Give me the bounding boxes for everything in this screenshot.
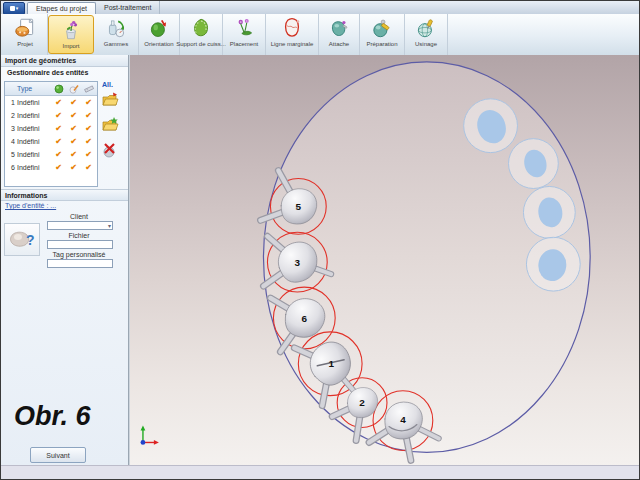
toolbar-button-projet[interactable]: Projet [3, 14, 48, 55]
toolbar-button-ligne-marginale[interactable]: Ligne marginale [266, 14, 319, 55]
orientation-icon [147, 16, 171, 40]
add-file-button[interactable] [101, 116, 119, 134]
toolbar-button-import[interactable]: Import [48, 15, 94, 54]
margin-line-icon [280, 16, 304, 40]
check-icon[interactable]: ✔ [81, 150, 96, 159]
chevron-down-icon: ▾ [108, 222, 111, 229]
check-icon[interactable]: ✔ [51, 150, 66, 159]
application-window: ▾ Etapes du projet Post-traitement Proje… [0, 0, 640, 480]
toolbar-button-support-cuisson[interactable]: Support de cuiss... [180, 14, 223, 55]
all-label[interactable]: All. [100, 81, 126, 88]
toolbar-button-attache[interactable]: Attache [319, 14, 360, 55]
tooth-number: 6 [302, 313, 308, 324]
entity-row[interactable]: 2 Indéfini ✔ ✔ ✔ [5, 109, 97, 122]
tooth-number: 1 [328, 358, 334, 369]
tooth-pencil-icon [69, 84, 79, 94]
file-label: Fichier [41, 232, 117, 239]
tag-label: Tag personnalisé [41, 251, 117, 258]
tab-bar: ▾ Etapes du projet Post-traitement [1, 1, 639, 15]
tab-post-processing[interactable]: Post-traitement [96, 1, 160, 14]
tooth-help-image: ? [4, 223, 40, 256]
check-icon[interactable]: ✔ [66, 137, 81, 146]
type-column-header: Type [17, 85, 51, 92]
toolbar-button-gammes[interactable]: Gammes [94, 14, 139, 55]
entity-tools: All. [100, 81, 126, 163]
check-icon[interactable]: ✔ [81, 163, 96, 172]
tag-input[interactable] [47, 259, 113, 268]
check-icon[interactable]: ✔ [66, 98, 81, 107]
entity-row[interactable]: 3 Indéfini ✔ ✔ ✔ [5, 122, 97, 135]
check-icon[interactable]: ✔ [81, 124, 96, 133]
check-icon[interactable]: ✔ [51, 111, 66, 120]
status-bar [1, 465, 639, 479]
entity-row[interactable]: 1 Indéfini ✔ ✔ ✔ [5, 96, 97, 109]
toolbar-button-label: Import [60, 43, 81, 49]
entity-row[interactable]: 4 Indéfini ✔ ✔ ✔ [5, 135, 97, 148]
check-icon[interactable]: ✔ [66, 150, 81, 159]
toolbar-button-label: Attache [327, 41, 351, 47]
check-icon[interactable]: ✔ [66, 111, 81, 120]
load-file-button[interactable] [101, 91, 119, 109]
toolbar-button-label: Gammes [102, 41, 130, 47]
toolbar-button-label: Orientation [142, 41, 175, 47]
entity-row[interactable]: 6 Indéfini ✔ ✔ ✔ [5, 161, 97, 174]
scan-bottle-icon [104, 16, 128, 40]
3d-viewport[interactable]: 5 3 6 [130, 55, 639, 466]
chevron-down-icon: ▾ [16, 6, 19, 11]
app-menu-icon [10, 6, 15, 11]
placement-icon [232, 16, 256, 40]
tooth-number: 3 [295, 257, 301, 268]
toolbar-button-preparation[interactable]: Préparation [360, 14, 405, 55]
question-mark-icon: ? [26, 232, 35, 248]
informations-title: Informations [1, 189, 128, 201]
check-icon[interactable]: ✔ [66, 124, 81, 133]
entity-row[interactable]: 5 Indéfini ✔ ✔ ✔ [5, 148, 97, 161]
toolbar-button-label: Préparation [364, 41, 399, 47]
entity-table-header: Type [5, 82, 97, 96]
delete-entity-button[interactable] [101, 141, 119, 159]
toolbar-button-label: Ligne marginale [269, 41, 316, 47]
panel-title: Import de géométries [1, 55, 128, 67]
toolbar-button-orientation[interactable]: Orientation [139, 14, 180, 55]
main-toolbar: Projet Import Gammes [1, 14, 640, 56]
tooth-number: 5 [296, 201, 302, 212]
check-icon[interactable]: ✔ [81, 111, 96, 120]
preparation-icon [370, 16, 394, 40]
tooth-number: 4 [400, 414, 406, 425]
entity-manager-title: Gestionnaire des entités [1, 68, 128, 79]
check-icon[interactable]: ✔ [66, 163, 81, 172]
tooth-number: 2 [359, 397, 365, 408]
toolbar-button-label: Support de cuiss... [174, 41, 228, 47]
toolbar-button-label: Projet [15, 41, 35, 47]
next-button[interactable]: Suivant [30, 447, 86, 463]
milling-icon [414, 16, 438, 40]
client-select[interactable]: ▾ [47, 221, 113, 230]
figure-caption: Obr. 6 [14, 401, 91, 432]
check-icon[interactable]: ✔ [51, 163, 66, 172]
toolbar-button-usinage[interactable]: Usinage [405, 14, 448, 55]
check-icon[interactable]: ✔ [81, 137, 96, 146]
import-icon [59, 18, 83, 42]
toolbar-button-label: Usinage [413, 41, 439, 47]
check-icon[interactable]: ✔ [51, 124, 66, 133]
file-input[interactable] [47, 240, 113, 249]
import-geometries-panel: Import de géométries Gestionnaire des en… [1, 55, 128, 466]
client-label: Client [41, 213, 117, 220]
toolbar-button-placement[interactable]: Placement [223, 14, 266, 55]
check-icon[interactable]: ✔ [81, 98, 96, 107]
entity-table[interactable]: Type 1 Indéfini ✔ ✔ ✔ 2 [4, 81, 98, 187]
check-icon[interactable]: ✔ [51, 137, 66, 146]
check-icon[interactable]: ✔ [51, 98, 66, 107]
tab-project-steps[interactable]: Etapes du projet [27, 2, 96, 14]
project-icon [13, 16, 37, 40]
attachment-icon [327, 16, 351, 40]
scan-sphere-icon [54, 84, 64, 94]
entity-type-link[interactable]: Type d'entité : ... [5, 202, 56, 209]
ruler-icon [84, 84, 94, 94]
toolbar-button-label: Placement [228, 41, 260, 47]
firing-support-icon [189, 16, 213, 40]
